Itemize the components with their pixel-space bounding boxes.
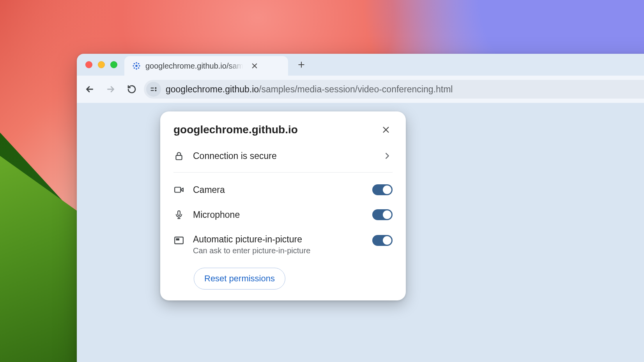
site-info-button[interactable] [146, 82, 161, 97]
permission-row-camera: Camera [160, 173, 406, 202]
svg-point-6 [138, 63, 140, 65]
camera-icon [173, 184, 184, 195]
tab-title: googlechrome.github.io/sam [145, 62, 243, 71]
new-tab-button[interactable] [294, 58, 308, 72]
camera-label: Camera [193, 185, 225, 195]
svg-point-4 [139, 65, 140, 67]
pip-sublabel: Can ask to enter picture-in-picture [193, 246, 310, 255]
svg-point-11 [155, 87, 156, 89]
svg-rect-9 [151, 88, 154, 88]
svg-rect-14 [175, 187, 180, 192]
microphone-icon [173, 209, 184, 220]
svg-point-0 [135, 65, 138, 67]
microphone-label: Microphone [193, 210, 240, 220]
tab-strip: googlechrome.github.io/sam [77, 54, 644, 76]
back-button[interactable] [81, 80, 99, 98]
svg-point-5 [134, 63, 135, 65]
forward-button[interactable] [102, 80, 120, 98]
popup-close-button[interactable] [379, 123, 393, 136]
popup-site-name: googlechrome.github.io [173, 124, 298, 136]
svg-point-12 [155, 90, 156, 91]
window-controls [85, 61, 117, 68]
svg-rect-17 [176, 238, 179, 240]
window-close-button[interactable] [85, 61, 92, 68]
lock-icon [173, 150, 184, 161]
svg-rect-15 [178, 211, 180, 215]
chevron-right-icon [382, 150, 393, 161]
url-host: googlechrome.github.io [166, 84, 259, 94]
camera-toggle[interactable] [372, 184, 393, 195]
reset-permissions-button[interactable]: Reset permissions [194, 268, 285, 290]
browser-tab[interactable]: googlechrome.github.io/sam [124, 56, 288, 76]
browser-window: googlechrome.github.io/sam googlechrome.… [77, 54, 644, 362]
pip-icon [173, 235, 184, 246]
permission-row-microphone: Microphone [160, 202, 406, 227]
svg-point-3 [133, 65, 134, 67]
tab-favicon [132, 62, 141, 70]
pip-toggle[interactable] [372, 235, 393, 246]
address-bar[interactable]: googlechrome.github.io/samples/media-ses… [144, 80, 644, 99]
svg-rect-10 [151, 90, 154, 91]
window-fullscreen-button[interactable] [110, 61, 117, 68]
url-text: googlechrome.github.io/samples/media-ses… [166, 84, 453, 95]
svg-point-1 [136, 62, 137, 64]
connection-info-row[interactable]: Connection is secure [173, 141, 393, 173]
pip-label: Automatic picture-in-picture [193, 234, 310, 245]
permission-row-pip: Automatic picture-in-picture Can ask to … [160, 227, 406, 262]
tab-close-button[interactable] [249, 61, 260, 71]
svg-point-8 [138, 67, 140, 69]
connection-label: Connection is secure [193, 151, 277, 161]
url-path: /samples/media-session/video-conferencin… [259, 84, 453, 94]
microphone-toggle[interactable] [372, 209, 393, 220]
svg-rect-13 [176, 155, 182, 160]
reload-button[interactable] [123, 80, 141, 98]
site-info-popup: googlechrome.github.io Connection is sec… [160, 111, 406, 300]
browser-toolbar: googlechrome.github.io/samples/media-ses… [77, 76, 644, 103]
svg-point-7 [134, 67, 135, 69]
window-minimize-button[interactable] [98, 61, 105, 68]
svg-point-2 [136, 68, 137, 70]
